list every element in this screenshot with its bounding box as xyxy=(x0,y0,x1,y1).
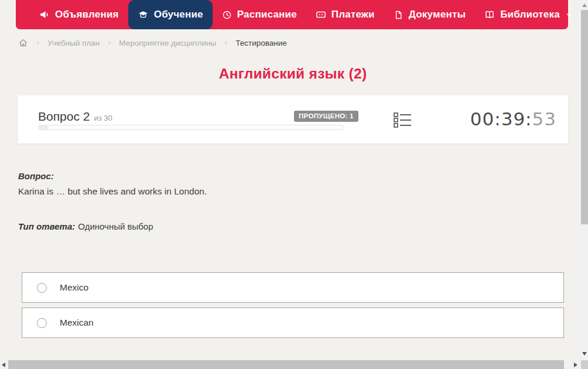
progress-fill xyxy=(39,125,48,129)
document-icon xyxy=(394,10,404,20)
timer-seconds: 53 xyxy=(532,108,556,129)
nav-label: Обучение xyxy=(154,9,203,20)
scroll-up-icon[interactable] xyxy=(582,4,587,7)
timer-hours-minutes: 00:39: xyxy=(470,108,532,129)
chevron-right-icon xyxy=(106,40,112,46)
breadcrumb-discipline-event[interactable]: Мероприятие дисциплины xyxy=(119,39,216,47)
breadcrumb: Учебный план Мероприятие дисциплины Тест… xyxy=(18,36,287,50)
vertical-scrollbar[interactable] xyxy=(581,0,588,360)
chevron-right-icon xyxy=(223,40,229,46)
book-icon xyxy=(484,9,495,20)
question-list-button[interactable] xyxy=(394,112,412,128)
answer-option-mexico[interactable]: Mexico xyxy=(22,272,564,303)
chevron-down-icon xyxy=(565,11,573,19)
question-counter: Вопрос 2 из 30 xyxy=(38,110,112,124)
radio-button[interactable] xyxy=(37,318,47,328)
megaphone-icon xyxy=(39,9,50,20)
nav-label: Библиотека xyxy=(500,9,560,20)
nav-item-library[interactable]: Библиотека xyxy=(475,0,582,29)
scroll-left-icon[interactable] xyxy=(2,363,5,367)
scroll-right-icon[interactable] xyxy=(574,363,577,367)
answer-type-value: Одиночный выбор xyxy=(78,221,153,231)
vertical-scrollbar-thumb[interactable] xyxy=(581,10,588,224)
graduation-cap-icon xyxy=(138,9,149,20)
home-icon[interactable] xyxy=(18,38,28,48)
page-title: Английский язык (2) xyxy=(0,66,586,82)
timer: 00:39:53 xyxy=(470,108,556,129)
breadcrumb-testing: Тестирование xyxy=(235,39,287,47)
question-heading: Вопрос: xyxy=(18,171,54,181)
option-label: Mexico xyxy=(60,282,88,293)
question-number: Вопрос 2 xyxy=(38,110,90,124)
answer-type-label: Тип ответа: xyxy=(18,221,75,231)
scroll-down-icon[interactable] xyxy=(582,352,587,356)
answer-type-row: Тип ответа:Одиночный выбор xyxy=(18,221,153,231)
nav-item-schedule[interactable]: Расписание xyxy=(213,0,306,29)
nav-label: Документы xyxy=(409,9,466,20)
clock-icon xyxy=(222,10,232,20)
chevron-right-icon xyxy=(35,40,41,46)
question-total: из 30 xyxy=(94,114,112,122)
skipped-badge: ПРОПУЩЕНО: 1 xyxy=(294,111,358,122)
list-icon xyxy=(394,120,412,130)
nav-label: Расписание xyxy=(237,9,297,20)
scrollbar-corner xyxy=(581,360,588,369)
breadcrumb-curriculum[interactable]: Учебный план xyxy=(47,39,100,47)
horizontal-scrollbar[interactable] xyxy=(0,360,581,369)
nav-item-announcements[interactable]: Объявления xyxy=(30,0,128,29)
wallet-icon xyxy=(316,9,326,20)
nav-item-documents[interactable]: Документы xyxy=(384,0,475,29)
question-panel: Вопрос 2 из 30 ПРОПУЩЕНО: 1 00:39:53 xyxy=(18,95,568,144)
progress-bar xyxy=(38,125,344,130)
main-navbar: Объявления Обучение Расписание Платежи Д… xyxy=(16,0,568,29)
question-text: Karina is … but she lives and works in L… xyxy=(18,186,207,197)
nav-label: Объявления xyxy=(55,9,119,20)
horizontal-scrollbar-thumb[interactable] xyxy=(8,360,564,369)
nav-item-payments[interactable]: Платежи xyxy=(306,0,384,29)
option-label: Mexican xyxy=(60,317,94,328)
nav-label: Платежи xyxy=(331,9,375,20)
radio-button[interactable] xyxy=(37,283,47,293)
nav-item-learning[interactable]: Обучение xyxy=(128,0,213,29)
answer-option-mexican[interactable]: Mexican xyxy=(22,308,564,338)
